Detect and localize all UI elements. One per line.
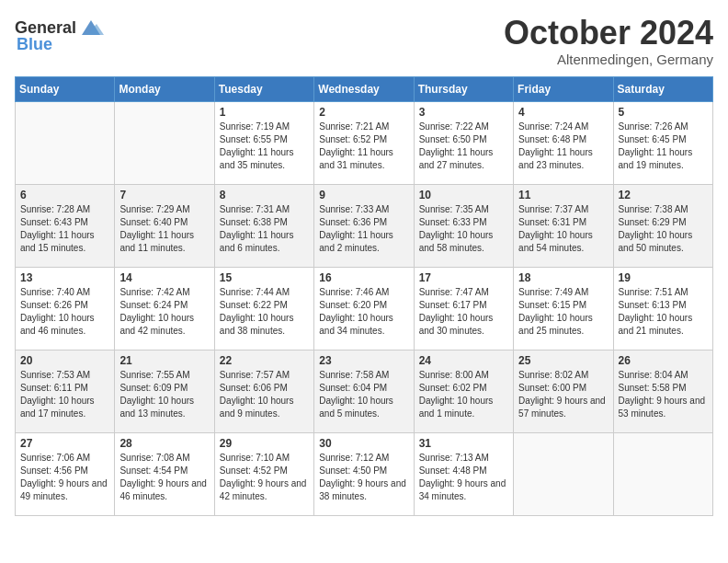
calendar-cell: 25 Sunrise: 8:02 AMSunset: 6:00 PMDaylig… — [514, 350, 613, 432]
day-info: Sunrise: 7:22 AMSunset: 6:50 PMDaylight:… — [419, 121, 508, 172]
calendar-cell: 11 Sunrise: 7:37 AMSunset: 6:31 PMDaylig… — [514, 184, 613, 267]
day-info: Sunrise: 7:12 AMSunset: 4:50 PMDaylight:… — [319, 452, 408, 503]
day-info: Sunrise: 7:29 AMSunset: 6:40 PMDaylight:… — [119, 203, 209, 255]
calendar-week-2: 6 Sunrise: 7:28 AMSunset: 6:43 PMDayligh… — [16, 184, 713, 267]
day-number: 8 — [220, 189, 309, 201]
day-number: 15 — [220, 271, 309, 284]
calendar-header-row: SundayMondayTuesdayWednesdayThursdayFrid… — [16, 76, 713, 101]
day-number: 9 — [319, 189, 408, 201]
day-info: Sunrise: 7:31 AMSunset: 6:38 PMDaylight:… — [220, 203, 309, 255]
calendar-cell: 28 Sunrise: 7:08 AMSunset: 4:54 PMDaylig… — [115, 432, 214, 515]
day-info: Sunrise: 7:40 AMSunset: 6:26 PMDaylight:… — [20, 286, 109, 338]
day-number: 28 — [119, 437, 209, 450]
calendar-cell: 12 Sunrise: 7:38 AMSunset: 6:29 PMDaylig… — [613, 184, 712, 267]
calendar-cell: 31 Sunrise: 7:13 AMSunset: 4:48 PMDaylig… — [414, 432, 513, 515]
calendar-cell: 18 Sunrise: 7:49 AMSunset: 6:15 PMDaylig… — [514, 267, 613, 350]
day-number: 18 — [518, 271, 608, 284]
day-info: Sunrise: 7:55 AMSunset: 6:09 PMDaylight:… — [119, 369, 209, 420]
day-number: 31 — [419, 437, 508, 450]
calendar-cell: 6 Sunrise: 7:28 AMSunset: 6:43 PMDayligh… — [16, 184, 115, 267]
calendar-cell: 20 Sunrise: 7:53 AMSunset: 6:11 PMDaylig… — [16, 350, 115, 432]
header-monday: Monday — [115, 76, 214, 101]
day-number: 20 — [20, 354, 109, 367]
calendar-cell: 15 Sunrise: 7:44 AMSunset: 6:22 PMDaylig… — [214, 267, 313, 350]
day-info: Sunrise: 7:38 AMSunset: 6:29 PMDaylight:… — [619, 203, 708, 255]
day-number: 27 — [20, 437, 109, 450]
calendar-cell: 27 Sunrise: 7:06 AMSunset: 4:56 PMDaylig… — [16, 432, 115, 515]
day-number: 24 — [419, 354, 508, 367]
day-info: Sunrise: 7:24 AMSunset: 6:48 PMDaylight:… — [518, 121, 608, 172]
calendar-cell: 7 Sunrise: 7:29 AMSunset: 6:40 PMDayligh… — [115, 184, 214, 267]
day-info: Sunrise: 7:19 AMSunset: 6:55 PMDaylight:… — [220, 121, 309, 172]
calendar-cell — [115, 101, 214, 184]
calendar-cell: 17 Sunrise: 7:47 AMSunset: 6:17 PMDaylig… — [414, 267, 513, 350]
header-friday: Friday — [514, 76, 613, 101]
header-thursday: Thursday — [414, 76, 513, 101]
calendar-cell: 10 Sunrise: 7:35 AMSunset: 6:33 PMDaylig… — [414, 184, 513, 267]
day-info: Sunrise: 7:13 AMSunset: 4:48 PMDaylight:… — [419, 452, 508, 503]
calendar-cell: 1 Sunrise: 7:19 AMSunset: 6:55 PMDayligh… — [214, 101, 313, 184]
header-tuesday: Tuesday — [214, 76, 313, 101]
calendar-cell: 26 Sunrise: 8:04 AMSunset: 5:58 PMDaylig… — [613, 350, 712, 432]
day-number: 5 — [619, 106, 708, 119]
day-number: 14 — [119, 271, 209, 284]
calendar-week-5: 27 Sunrise: 7:06 AMSunset: 4:56 PMDaylig… — [16, 432, 713, 515]
day-number: 21 — [119, 354, 209, 367]
calendar-cell: 19 Sunrise: 7:51 AMSunset: 6:13 PMDaylig… — [613, 267, 712, 350]
header-saturday: Saturday — [613, 76, 712, 101]
calendar-cell: 16 Sunrise: 7:46 AMSunset: 6:20 PMDaylig… — [314, 267, 414, 350]
day-info: Sunrise: 7:28 AMSunset: 6:43 PMDaylight:… — [20, 203, 109, 255]
day-number: 4 — [518, 106, 608, 119]
day-number: 13 — [20, 271, 109, 284]
day-info: Sunrise: 7:26 AMSunset: 6:45 PMDaylight:… — [619, 121, 708, 172]
day-number: 11 — [518, 189, 608, 201]
day-info: Sunrise: 8:00 AMSunset: 6:02 PMDaylight:… — [419, 369, 508, 420]
day-info: Sunrise: 7:10 AMSunset: 4:52 PMDaylight:… — [220, 452, 309, 503]
day-info: Sunrise: 7:47 AMSunset: 6:17 PMDaylight:… — [419, 286, 508, 338]
day-info: Sunrise: 7:46 AMSunset: 6:20 PMDaylight:… — [319, 286, 408, 338]
day-info: Sunrise: 7:33 AMSunset: 6:36 PMDaylight:… — [319, 203, 408, 255]
calendar-week-1: 1 Sunrise: 7:19 AMSunset: 6:55 PMDayligh… — [16, 101, 713, 184]
day-info: Sunrise: 8:02 AMSunset: 6:00 PMDaylight:… — [518, 369, 608, 420]
day-info: Sunrise: 7:42 AMSunset: 6:24 PMDaylight:… — [119, 286, 209, 338]
logo: General Blue — [15, 15, 104, 54]
calendar-cell: 2 Sunrise: 7:21 AMSunset: 6:52 PMDayligh… — [314, 101, 414, 184]
calendar-cell: 24 Sunrise: 8:00 AMSunset: 6:02 PMDaylig… — [414, 350, 513, 432]
header-wednesday: Wednesday — [314, 76, 414, 101]
calendar-cell — [613, 432, 712, 515]
day-number: 26 — [619, 354, 708, 367]
calendar-week-3: 13 Sunrise: 7:40 AMSunset: 6:26 PMDaylig… — [16, 267, 713, 350]
calendar-cell: 9 Sunrise: 7:33 AMSunset: 6:36 PMDayligh… — [314, 184, 414, 267]
day-info: Sunrise: 8:04 AMSunset: 5:58 PMDaylight:… — [619, 369, 708, 420]
day-number: 2 — [319, 106, 408, 119]
day-number: 12 — [619, 189, 708, 201]
calendar-cell: 22 Sunrise: 7:57 AMSunset: 6:06 PMDaylig… — [214, 350, 313, 432]
calendar-cell — [16, 101, 115, 184]
day-info: Sunrise: 7:21 AMSunset: 6:52 PMDaylight:… — [319, 121, 408, 172]
calendar-cell: 4 Sunrise: 7:24 AMSunset: 6:48 PMDayligh… — [514, 101, 613, 184]
day-info: Sunrise: 7:58 AMSunset: 6:04 PMDaylight:… — [319, 369, 408, 420]
day-info: Sunrise: 7:49 AMSunset: 6:15 PMDaylight:… — [518, 286, 608, 338]
day-number: 17 — [419, 271, 508, 284]
day-number: 10 — [419, 189, 508, 201]
logo-blue: Blue — [17, 35, 52, 54]
day-info: Sunrise: 7:37 AMSunset: 6:31 PMDaylight:… — [518, 203, 608, 255]
day-number: 25 — [518, 354, 608, 367]
day-number: 19 — [619, 271, 708, 284]
calendar-table: SundayMondayTuesdayWednesdayThursdayFrid… — [15, 76, 713, 516]
calendar-cell: 14 Sunrise: 7:42 AMSunset: 6:24 PMDaylig… — [115, 267, 214, 350]
day-info: Sunrise: 7:53 AMSunset: 6:11 PMDaylight:… — [20, 369, 109, 420]
calendar-cell: 8 Sunrise: 7:31 AMSunset: 6:38 PMDayligh… — [214, 184, 313, 267]
day-info: Sunrise: 7:35 AMSunset: 6:33 PMDaylight:… — [419, 203, 508, 255]
day-number: 30 — [319, 437, 408, 450]
month-title: October 2024 — [504, 15, 713, 52]
logo-icon — [78, 15, 104, 40]
day-info: Sunrise: 7:44 AMSunset: 6:22 PMDaylight:… — [220, 286, 309, 338]
calendar-cell: 5 Sunrise: 7:26 AMSunset: 6:45 PMDayligh… — [613, 101, 712, 184]
day-number: 23 — [319, 354, 408, 367]
day-info: Sunrise: 7:08 AMSunset: 4:54 PMDaylight:… — [119, 452, 209, 503]
page-header: General Blue October 2024 Altenmedingen,… — [15, 15, 713, 67]
day-number: 7 — [119, 189, 209, 201]
day-number: 1 — [220, 106, 309, 119]
header-sunday: Sunday — [16, 76, 115, 101]
